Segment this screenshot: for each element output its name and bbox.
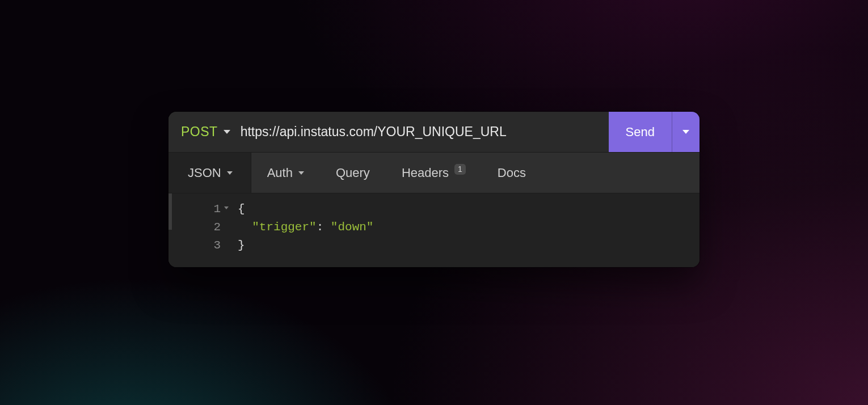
request-row: POST https://api.instatus.com/YOUR_UNIQU…: [168, 112, 700, 153]
request-tabs: JSON Auth Query Headers 1 Docs: [168, 153, 700, 193]
fold-icon[interactable]: [224, 206, 229, 209]
http-method-select[interactable]: POST: [168, 112, 238, 152]
tab-query-label: Query: [336, 166, 370, 180]
send-button-group: Send: [609, 112, 700, 152]
code-text: }: [225, 237, 245, 255]
tab-query[interactable]: Query: [320, 153, 386, 193]
editor-line: 1 {: [168, 200, 700, 218]
tab-auth-label: Auth: [267, 166, 293, 180]
tab-auth[interactable]: Auth: [251, 153, 320, 193]
http-method-label: POST: [181, 124, 218, 140]
url-text: https://api.instatus.com/YOUR_UNIQUE_URL: [241, 124, 507, 140]
line-number: 1: [168, 200, 225, 218]
tab-headers[interactable]: Headers 1: [386, 153, 482, 193]
send-button[interactable]: Send: [609, 112, 672, 152]
caret-down-icon: [224, 130, 230, 134]
editor-line: 2 "trigger": "down": [168, 218, 700, 237]
tab-body-label: JSON: [188, 166, 221, 180]
line-number: 2: [168, 218, 225, 237]
caret-down-icon: [298, 171, 304, 175]
code-text: {: [225, 200, 245, 218]
editor-line: 3 }: [168, 237, 700, 255]
line-number: 3: [168, 237, 225, 255]
code-text: "trigger": "down": [225, 218, 373, 237]
tab-headers-label: Headers: [402, 166, 449, 180]
tab-docs[interactable]: Docs: [482, 153, 542, 193]
api-request-panel: POST https://api.instatus.com/YOUR_UNIQU…: [168, 112, 700, 267]
caret-down-icon: [227, 171, 233, 175]
tab-docs-label: Docs: [498, 166, 526, 180]
caret-down-icon: [682, 130, 689, 134]
url-input[interactable]: https://api.instatus.com/YOUR_UNIQUE_URL: [238, 112, 609, 152]
headers-count-badge: 1: [454, 164, 466, 175]
send-button-label: Send: [626, 125, 655, 140]
send-more-button[interactable]: [672, 112, 700, 152]
tab-body[interactable]: JSON: [168, 153, 251, 193]
body-editor[interactable]: 1 { 2 "trigger": "down" 3 }: [168, 193, 700, 267]
